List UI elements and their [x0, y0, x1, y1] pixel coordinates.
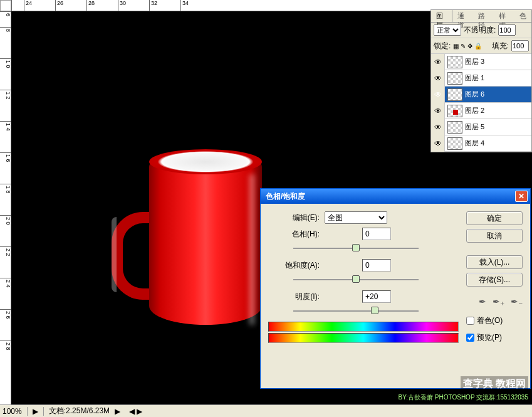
tab-channels[interactable]: 通道 — [452, 10, 473, 22]
hue-saturation-dialog[interactable]: 色相/饱和度 ✕ 编辑(E): 全图 色相(H): 饱和度(A): — [260, 188, 531, 389]
visibility-eye-icon[interactable]: 👁 — [431, 119, 445, 135]
layer-thumbnail[interactable] — [447, 56, 462, 68]
layer-name: 图层 2 — [465, 106, 531, 115]
visibility-eye-icon[interactable]: 👁 — [431, 70, 445, 87]
hue-slider[interactable] — [293, 244, 419, 253]
load-button[interactable]: 载入(L)... — [466, 255, 523, 269]
cancel-button[interactable]: 取消 — [466, 229, 523, 243]
mug-artwork — [112, 149, 262, 325]
layer-thumbnail[interactable] — [447, 105, 462, 117]
panel-tabs: 图层 通道 路径 样式 色 — [431, 10, 531, 23]
layer-name: 图层 4 — [465, 139, 531, 148]
eyedropper-subtract-icon[interactable]: ✒₋ — [511, 297, 523, 307]
eyedropper-icon[interactable]: ✒ — [479, 297, 486, 307]
lock-label: 锁定: — [434, 41, 451, 51]
layer-name: 图层 3 — [465, 57, 531, 66]
ruler-corner — [0, 0, 11, 11]
saturation-label: 饱和度(A): — [268, 260, 325, 271]
lightness-slider[interactable] — [293, 307, 419, 315]
saturation-slider[interactable] — [293, 275, 419, 284]
close-button[interactable]: ✕ — [515, 191, 528, 202]
fill-input[interactable] — [511, 40, 529, 51]
lock-icons[interactable]: ▦ ✎ ✥ 🔒 — [453, 43, 481, 50]
zoom-level[interactable]: 100% — [3, 407, 22, 416]
visibility-eye-icon[interactable]: 👁 — [431, 103, 445, 119]
layer-row[interactable]: 👁图层 1 — [431, 70, 531, 87]
layer-thumbnail[interactable] — [447, 137, 462, 150]
doc-size: 文档:2.25M/6.23M — [49, 406, 110, 416]
tab-layers[interactable]: 图层 — [431, 10, 452, 22]
layer-row[interactable]: 👁图层 4 — [431, 135, 531, 152]
blend-mode-select[interactable]: 正常 — [434, 24, 461, 36]
colorize-checkbox[interactable]: 着色(O) — [466, 315, 523, 326]
ruler-vertical: 6 8 1 0 1 2 1 4 1 6 1 8 2 0 2 2 2 4 2 6 … — [0, 11, 11, 404]
layer-name: 图层 6 — [465, 90, 531, 99]
layer-thumbnail[interactable] — [447, 72, 462, 85]
hue-label: 色相(H): — [268, 229, 325, 240]
layer-thumbnail[interactable] — [447, 88, 462, 101]
opacity-label: 不透明度: — [464, 25, 496, 36]
spectrum-bottom — [268, 333, 459, 343]
lightness-label: 明度(I): — [268, 292, 325, 302]
eyedropper-add-icon[interactable]: ✒₊ — [493, 297, 504, 307]
layers-panel[interactable]: 图层 通道 路径 样式 色 正常 不透明度: 锁定: ▦ ✎ ✥ 🔒 填充: 👁… — [430, 9, 532, 152]
menu-arrow-icon[interactable]: ▶ — [115, 407, 120, 416]
visibility-eye-icon[interactable]: 👁 — [431, 87, 445, 103]
layer-name: 图层 1 — [465, 73, 531, 83]
preview-checkbox[interactable]: 预览(P) — [466, 332, 523, 343]
layer-row[interactable]: 👁图层 3 — [431, 54, 531, 70]
layer-row[interactable]: 👁图层 2 — [431, 103, 531, 119]
fill-label: 填充: — [492, 41, 509, 51]
opacity-input[interactable] — [498, 24, 516, 36]
slider-thumb-icon[interactable] — [352, 275, 360, 283]
saturation-input[interactable] — [362, 259, 391, 272]
play-icon[interactable]: ▶ — [33, 407, 38, 416]
layer-row[interactable]: 👁图层 6 — [431, 87, 531, 103]
visibility-eye-icon[interactable]: 👁 — [431, 54, 445, 70]
spectrum-top — [268, 322, 459, 332]
layer-name: 图层 5 — [465, 122, 531, 132]
tab-styles[interactable]: 样式 — [494, 10, 514, 22]
dialog-title: 色相/饱和度 — [263, 191, 515, 202]
layer-row[interactable]: 👁图层 5 — [431, 119, 531, 135]
visibility-eye-icon[interactable]: 👁 — [431, 135, 445, 152]
hue-input[interactable] — [362, 228, 391, 240]
save-button[interactable]: 存储(S)... — [466, 273, 523, 287]
tab-color[interactable]: 色 — [514, 10, 531, 22]
slider-thumb-icon[interactable] — [352, 244, 360, 251]
lightness-input[interactable] — [362, 290, 391, 303]
tab-paths[interactable]: 路径 — [473, 10, 494, 22]
edit-select[interactable]: 全图 — [325, 211, 387, 224]
dialog-titlebar[interactable]: 色相/饱和度 ✕ — [261, 189, 530, 204]
slider-thumb-icon[interactable] — [371, 307, 378, 314]
layer-thumbnail[interactable] — [447, 121, 462, 134]
layer-list: 👁图层 3👁图层 1👁图层 6👁图层 2👁图层 5👁图层 4 — [431, 54, 531, 152]
edit-label: 编辑(E): — [268, 213, 325, 223]
status-bar: 100% ▶ 文档:2.25M/6.23M ▶ ◀ ▶ — [0, 404, 532, 417]
ok-button[interactable]: 确定 — [466, 211, 523, 225]
